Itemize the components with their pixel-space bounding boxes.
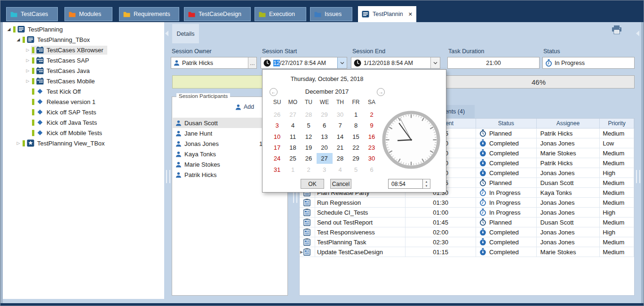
next-month-button[interactable]: → — [377, 88, 385, 96]
calendar-day[interactable]: 21 — [332, 142, 348, 153]
cancel-button[interactable]: Cancel — [330, 179, 351, 189]
collapse-left-arrow-icon[interactable] — [165, 31, 168, 36]
tree-item-body[interactable]: TestCases Java — [31, 66, 94, 75]
tree-item-testcases-sap[interactable]: ▷TestCases SAP — [3, 55, 164, 65]
ok-button[interactable]: OK — [301, 179, 324, 189]
main-tab-testcasedesign[interactable]: TestCaseDesign — [184, 7, 251, 21]
tree-expander-icon[interactable]: ◢ — [15, 37, 22, 42]
calendar-day[interactable]: 28 — [301, 109, 317, 120]
tree-expander-icon[interactable]: ▷ — [15, 141, 22, 145]
tree-expander-icon[interactable]: ◢ — [6, 27, 12, 32]
tree-item-body[interactable]: TestPlanning — [12, 24, 66, 34]
task-row[interactable]: Schedule CI_Tests01:00In ProgressJonas J… — [300, 208, 634, 217]
calendar-day[interactable]: 31 — [269, 164, 285, 175]
tree-expander-icon[interactable]: ▷ — [24, 58, 31, 63]
main-tab-issues[interactable]: Issues — [310, 7, 352, 21]
calendar-day[interactable]: 18 — [285, 142, 301, 153]
calendar-day[interactable]: 25 — [285, 153, 301, 164]
status-field[interactable]: In Progress — [542, 57, 635, 69]
tree-item-body[interactable]: TestCases SAP — [31, 56, 93, 65]
session-start-dropdown-button[interactable] — [337, 57, 347, 68]
task-row[interactable]: TestPlanning Task02:30CompletedJonas Jon… — [300, 237, 634, 247]
task-row[interactable]: Run Regression01:30In ProgressJonas Jone… — [300, 198, 634, 208]
calendar-day[interactable]: 1 — [348, 109, 364, 120]
main-tab-execution[interactable]: Execution — [254, 7, 306, 21]
calendar-day[interactable]: 26 — [269, 109, 285, 120]
print-icon[interactable] — [611, 25, 622, 37]
session-end-field[interactable]: 1/12/2018 8:54 AM — [351, 57, 440, 69]
calendar-day[interactable]: 17 — [269, 142, 285, 153]
calendar-day[interactable]: 5 — [301, 120, 317, 131]
calendar-day[interactable]: 23 — [364, 142, 380, 153]
task-duration-field[interactable]: 21:00 — [447, 57, 540, 69]
calendar-day[interactable]: 5 — [348, 164, 364, 175]
calendar-day[interactable]: 6 — [364, 164, 380, 175]
calendar-day[interactable]: 7 — [332, 120, 348, 131]
session-end-dropdown-button[interactable] — [430, 57, 440, 68]
calendar-day[interactable]: 3 — [317, 164, 333, 175]
calendar-day[interactable]: 12 — [301, 131, 317, 142]
right-splitter-grip[interactable] — [636, 170, 640, 183]
tab-details[interactable]: Details — [172, 24, 199, 43]
calendar-day[interactable]: 6 — [317, 120, 333, 131]
tree-item-body[interactable]: Kick off Mobile Tests — [31, 128, 106, 137]
tree-item-kick-off-sap-tests[interactable]: Kick off SAP Tests — [3, 107, 164, 117]
collapse-right-arrow-icon[interactable] — [636, 31, 639, 36]
time-input[interactable]: 08:54 — [388, 179, 423, 189]
tree-item-body[interactable]: TestCases Mobile — [31, 77, 99, 86]
tree-item-body[interactable]: Kick off SAP Tests — [31, 107, 100, 117]
spinner-down-icon[interactable]: ▼ — [425, 185, 428, 187]
calendar-day[interactable]: 4 — [332, 164, 348, 175]
calendar-day[interactable]: 28 — [332, 153, 348, 164]
column-priority-header[interactable]: Priority — [600, 119, 634, 129]
calendar-day[interactable]: 15 — [348, 131, 364, 142]
time-spinner[interactable]: ▲▼ — [423, 179, 430, 189]
main-tab-modules[interactable]: Modules — [64, 7, 112, 21]
prev-month-button[interactable]: ← — [270, 88, 278, 96]
calendar-day[interactable]: 4 — [285, 120, 301, 131]
calendar-day[interactable]: 2 — [301, 164, 317, 175]
tree-item-kick-off-java-tests[interactable]: Kick off Java Tests — [3, 117, 164, 128]
add-participant-button[interactable]: Add — [235, 104, 254, 110]
task-row[interactable]: Send out TestReport01:45PlannedDusan Sco… — [300, 217, 634, 227]
calendar-day[interactable]: 11 — [285, 131, 301, 142]
left-splitter-grip[interactable] — [166, 170, 170, 183]
calendar-day[interactable]: 29 — [348, 153, 364, 164]
column-status-header[interactable]: Status — [476, 119, 537, 129]
calendar-day[interactable]: 19 — [301, 142, 317, 153]
tree-expander-icon[interactable]: ▷ — [24, 79, 31, 83]
tree-item-testplanning[interactable]: ◢TestPlanning — [3, 24, 164, 34]
calendar-day[interactable]: 16 — [364, 131, 380, 142]
tree-item-testcases-xbrowser[interactable]: ▷TestCases XBrowser — [3, 45, 164, 55]
tree-item-body[interactable]: Kick off Java Tests — [31, 118, 101, 127]
calendar-day[interactable]: 20 — [317, 142, 333, 153]
month-year-label[interactable]: December 2017 — [289, 88, 365, 95]
calendar-day-selected[interactable]: 27 — [317, 153, 333, 164]
tree-expander-icon[interactable]: ▷ — [24, 68, 31, 73]
tree-item-test-kick-off[interactable]: Test Kick Off — [3, 86, 164, 97]
tree-item-testplanning-tbox[interactable]: ◢TestPlanning_TBox — [3, 34, 164, 45]
main-tab-testplanning[interactable]: TestPlanning✕ — [358, 6, 416, 22]
tree-item-body[interactable]: TestPlanning View_TBox — [22, 138, 109, 148]
task-row[interactable]: ▶Update TestCaseDesign01:15CompletedMari… — [300, 247, 634, 257]
calendar-day[interactable]: 1 — [285, 164, 301, 175]
tree-item-testplanning-view-tbox[interactable]: ▷TestPlanning View_TBox — [3, 138, 164, 148]
calendar-day[interactable]: 30 — [332, 109, 348, 120]
tree-item-body[interactable]: Release version 1 — [31, 97, 99, 106]
calendar-day[interactable]: 24 — [269, 153, 285, 164]
tree-expander-icon[interactable]: ▷ — [24, 48, 31, 52]
close-tab-icon[interactable]: ✕ — [408, 11, 413, 17]
tree-item-release-version-1[interactable]: Release version 1 — [3, 97, 164, 107]
session-start-field[interactable]: 12/27/2017 8:54 AM — [261, 57, 347, 69]
calendar-day[interactable]: 10 — [269, 131, 285, 142]
owner-browse-button[interactable]: … — [248, 57, 256, 68]
tree-item-kick-off-mobile-tests[interactable]: Kick off Mobile Tests — [3, 128, 164, 138]
calendar-day[interactable]: 30 — [364, 153, 380, 164]
column-assignee-header[interactable]: Assignee — [537, 119, 600, 129]
calendar-day[interactable]: 3 — [269, 120, 285, 131]
calendar-day[interactable]: 22 — [348, 142, 364, 153]
session-owner-field[interactable]: Patrik Hicks … — [171, 57, 257, 69]
calendar-day[interactable]: 26 — [301, 153, 317, 164]
calendar-day[interactable]: 8 — [348, 120, 364, 131]
calendar-day[interactable]: 2 — [364, 109, 380, 120]
